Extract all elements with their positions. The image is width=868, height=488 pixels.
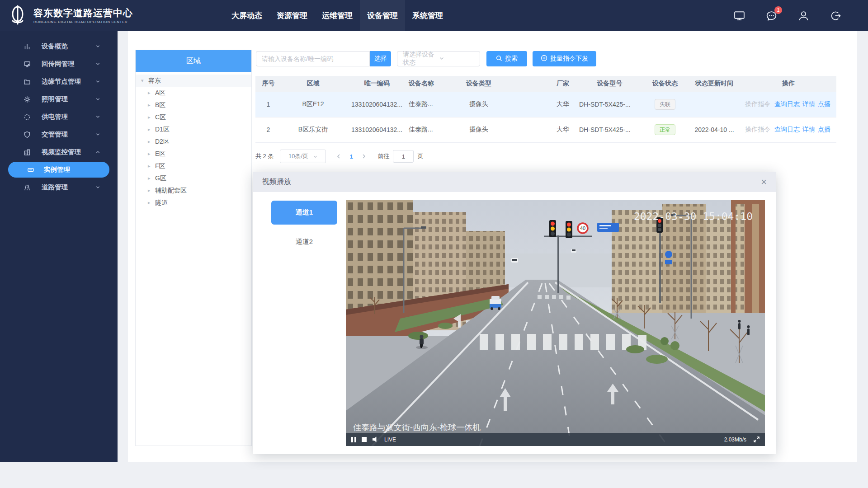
- overview-icon: [24, 42, 31, 50]
- caret-right-icon: ▸: [148, 151, 155, 157]
- chevron-down-icon: [95, 79, 100, 84]
- video-timestamp: 2022-03-30 15:04:10: [634, 211, 753, 222]
- video-modal-title: 视频播放: [262, 177, 291, 187]
- status-badge: 失联: [655, 99, 675, 110]
- power-icon: [24, 113, 31, 121]
- search-button[interactable]: 搜索: [486, 51, 527, 66]
- nav-tab-ops[interactable]: 运维管理: [315, 0, 360, 31]
- logo-subtitle: RONGDONG DIGITAL ROAD OPERATION CENTER: [33, 20, 133, 24]
- action-play[interactable]: 点播: [818, 100, 830, 108]
- stop-button[interactable]: [362, 437, 367, 442]
- user-icon[interactable]: [797, 10, 810, 22]
- monitor-icon[interactable]: [733, 10, 745, 21]
- caret-right-icon: ▸: [148, 127, 155, 132]
- tree-node[interactable]: ▸D1区: [136, 123, 251, 136]
- nav-tab-resource[interactable]: 资源管理: [269, 0, 315, 31]
- next-page-button[interactable]: [358, 150, 370, 163]
- surveillance-icon: [24, 148, 31, 156]
- sidebar-item-power[interactable]: 供电管理: [0, 108, 118, 126]
- sidebar-item-label: 设备概览: [42, 42, 68, 51]
- volume-icon[interactable]: [373, 436, 378, 442]
- caret-down-icon: ▾: [141, 78, 148, 84]
- tree-node[interactable]: ▸隧道: [136, 197, 251, 209]
- sidebar-item-label: 回传网管理: [42, 60, 75, 68]
- col-region: 区域: [281, 76, 345, 92]
- col-type: 设备类型: [447, 76, 510, 92]
- sidebar-item-label: 边缘节点管理: [42, 77, 81, 86]
- car-2: [571, 249, 576, 253]
- nav-tab-system[interactable]: 系统管理: [405, 0, 450, 31]
- logout-icon[interactable]: [830, 10, 842, 22]
- sidebar-item-video-surveillance[interactable]: 视频监控管理: [0, 143, 118, 161]
- tree-node[interactable]: ▸C区: [136, 111, 251, 123]
- table-row[interactable]: 2 B区乐安街 1331020604132... 佳泰路... 摄像头 大华 D…: [255, 117, 836, 142]
- col-vendor: 厂家: [510, 76, 577, 92]
- chevron-down-icon: [95, 97, 100, 102]
- col-status: 设备状态: [642, 76, 688, 92]
- tree-node[interactable]: ▸D2区: [136, 136, 251, 148]
- pagination-total: 共 2 条: [255, 152, 274, 160]
- action-query-log[interactable]: 查询日志: [774, 126, 800, 133]
- fullscreen-icon[interactable]: [754, 436, 760, 442]
- sidebar-item-lighting[interactable]: 照明管理: [0, 90, 118, 108]
- sidebar-item-backhaul[interactable]: 回传网管理: [0, 55, 118, 73]
- plus-circle-icon: [541, 55, 547, 63]
- sidebar-item-edge-node[interactable]: 边缘节点管理: [0, 73, 118, 90]
- select-button[interactable]: 选择: [370, 51, 391, 66]
- tree-node[interactable]: ▸A区: [136, 87, 251, 99]
- device-search-group: 选择: [256, 51, 391, 66]
- goto-page-input[interactable]: [393, 150, 414, 163]
- logo-icon: [7, 5, 28, 27]
- col-index: 序号: [255, 76, 281, 92]
- tree-node[interactable]: ▸B区: [136, 99, 251, 111]
- sidebar-item-label: 照明管理: [42, 95, 68, 103]
- tree-node-root[interactable]: ▾容东: [136, 75, 251, 87]
- sidebar-item-road[interactable]: 道路管理: [0, 178, 118, 196]
- status-select[interactable]: 请选择设备状态: [397, 51, 480, 66]
- header-icons: 1: [733, 10, 842, 22]
- action-detail[interactable]: 详情: [802, 126, 815, 133]
- close-icon[interactable]: ×: [761, 177, 767, 187]
- sidebar-subitem-wrap: 实例管理: [0, 161, 118, 178]
- nav-tab-bigscreen[interactable]: 大屏动态: [224, 0, 269, 31]
- pause-button[interactable]: [351, 437, 356, 442]
- top-header: 容东数字道路运营中心 RONGDONG DIGITAL ROAD OPERATI…: [0, 0, 868, 31]
- action-query-log[interactable]: 查询日志: [774, 100, 800, 108]
- prev-page-button[interactable]: [332, 150, 345, 163]
- video-player[interactable]: 40: [346, 200, 765, 446]
- page-size-select[interactable]: 10条/页: [280, 150, 326, 163]
- tree-node[interactable]: ▸F区: [136, 160, 251, 172]
- edge-node-icon: [24, 78, 31, 85]
- network-icon: [24, 60, 31, 68]
- action-detail[interactable]: 详情: [802, 100, 815, 108]
- caret-right-icon: ▸: [148, 114, 155, 120]
- message-badge: 1: [774, 6, 782, 14]
- action-command: 操作指令: [745, 100, 770, 108]
- table-row[interactable]: 1 B区E12 1331020604132... 佳泰路... 摄像头 大华 D…: [255, 92, 836, 117]
- chevron-down-icon: [95, 114, 100, 119]
- video-modal: 视频播放 × 通道1 通道2: [253, 172, 776, 454]
- region-panel-header[interactable]: 区域: [136, 50, 251, 72]
- batch-command-button[interactable]: 批量指令下发: [533, 51, 596, 66]
- current-page[interactable]: 1: [345, 153, 358, 160]
- tree-node[interactable]: ▸辅助配套区: [136, 184, 251, 197]
- chevron-down-icon: [95, 44, 100, 49]
- main-nav: 大屏动态 资源管理 运维管理 设备管理 系统管理: [224, 0, 450, 31]
- sidebar-item-traffic[interactable]: 交管管理: [0, 126, 118, 143]
- device-search-input[interactable]: [256, 51, 370, 66]
- status-badge: 正常: [655, 124, 675, 135]
- nav-tab-device[interactable]: 设备管理: [360, 0, 405, 31]
- tree-node[interactable]: ▸E区: [136, 148, 251, 160]
- message-icon[interactable]: 1: [765, 10, 778, 22]
- sidebar-item-instance[interactable]: 实例管理: [8, 162, 109, 178]
- sidebar-item-overview[interactable]: 设备概览: [0, 38, 118, 55]
- chevron-up-icon: [95, 150, 100, 155]
- tree-node[interactable]: ▸G区: [136, 172, 251, 184]
- chevron-down-icon: [313, 154, 318, 159]
- search-icon: [496, 55, 502, 63]
- sidebar-item-label: 实例管理: [44, 165, 70, 174]
- action-play[interactable]: 点播: [818, 126, 830, 133]
- channel-1-button[interactable]: 通道1: [271, 201, 337, 225]
- sidebar-item-label: 交管管理: [42, 130, 68, 139]
- channel-2-button[interactable]: 通道2: [271, 235, 337, 248]
